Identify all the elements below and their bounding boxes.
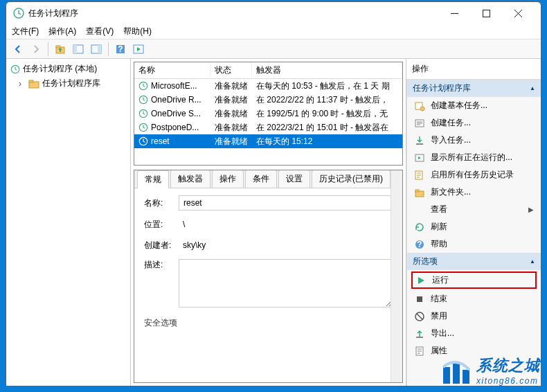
task-status: 准备就绪 <box>210 79 252 93</box>
back-button[interactable] <box>10 42 26 57</box>
clock-icon <box>10 64 20 74</box>
menu-view[interactable]: 查看(V) <box>86 26 114 37</box>
titlebar: 任务计划程序 <box>6 2 541 24</box>
desc-field[interactable] <box>179 259 393 308</box>
clock-icon <box>138 95 148 105</box>
help-button[interactable]: ? <box>113 42 128 57</box>
table-row[interactable]: PostponeD...准备就绪在 2022/3/21 的 15:01 时 - … <box>134 121 402 134</box>
tab-0[interactable]: 常规 <box>137 170 169 188</box>
new-folder-icon <box>414 187 425 198</box>
action-export[interactable]: 导出... <box>407 325 541 342</box>
action-label: 帮助 <box>431 238 534 250</box>
action-label: 运行 <box>432 274 532 286</box>
action-label: 禁用 <box>431 310 534 322</box>
action-new-folder[interactable]: 新文件夹... <box>407 184 541 201</box>
folder-icon <box>28 78 39 89</box>
chevron-right-icon: › <box>19 79 26 89</box>
action-create[interactable]: 创建任务... <box>407 114 541 132</box>
tab-5[interactable]: 历史记录(已禁用) <box>312 170 391 188</box>
watermark: 系统之城 xitong86.com <box>440 355 540 386</box>
author-value: sky\ky <box>179 238 393 252</box>
action-disable[interactable]: 禁用 <box>407 308 541 325</box>
table-row[interactable]: OneDrive S...准备就绪在 1992/5/1 的 9:00 时 - 触… <box>134 107 402 121</box>
action-run[interactable]: 运行 <box>411 271 537 289</box>
tab-strip: 常规触发器操作条件设置历史记录(已禁用) <box>134 170 402 188</box>
action-show-running[interactable]: 显示所有正在运行的... <box>407 149 541 166</box>
menu-action[interactable]: 操作(A) <box>48 26 76 37</box>
action-label: 结束 <box>431 293 534 305</box>
forward-button[interactable] <box>28 42 44 57</box>
menu-help[interactable]: 帮助(H) <box>123 26 152 37</box>
section-header[interactable]: 所选项 <box>407 253 541 270</box>
svg-rect-33 <box>443 367 450 384</box>
task-status: 准备就绪 <box>210 121 252 135</box>
svg-rect-3 <box>56 46 60 48</box>
minimize-button[interactable] <box>438 3 470 24</box>
svg-rect-22 <box>416 143 423 145</box>
body: 任务计划程序 (本地) › 任务计划程序库 名称 状态 触发器 Microsof… <box>6 59 541 386</box>
detail-panel: 常规触发器操作条件设置历史记录(已禁用) 名称: 位置: \ 创建者: sky\… <box>134 170 403 383</box>
watermark-title: 系统之城 <box>476 355 540 376</box>
location-value: \ <box>179 217 393 231</box>
maximize-button[interactable] <box>470 3 502 24</box>
svg-rect-29 <box>417 296 422 302</box>
tree-library[interactable]: › 任务计划程序库 <box>9 76 127 91</box>
task-trigger: 在每天的 10:53 - 触发后，在 1 天 期 <box>252 79 402 93</box>
header-trigger[interactable]: 触发器 <box>252 62 402 79</box>
clock-icon <box>138 136 148 146</box>
tree-root[interactable]: 任务计划程序 (本地) <box>9 62 127 76</box>
action-label: 创建任务... <box>431 117 534 129</box>
name-label: 名称: <box>144 197 179 209</box>
svg-rect-1 <box>483 10 490 17</box>
clock-icon <box>138 123 148 132</box>
task-name: reset <box>151 136 170 146</box>
enable-history-icon <box>414 170 425 181</box>
menu-file[interactable]: 文件(F) <box>12 26 39 37</box>
action-label: 启用所有任务历史记录 <box>431 169 534 181</box>
toolbar: ? <box>6 39 541 59</box>
task-name: PostponeD... <box>151 123 199 132</box>
svg-rect-7 <box>98 45 101 53</box>
svg-text:?: ? <box>417 240 422 249</box>
table-row[interactable]: MicrosoftE...准备就绪在每天的 10:53 - 触发后，在 1 天 … <box>134 79 402 93</box>
watermark-logo-icon <box>440 355 472 386</box>
header-name[interactable]: 名称 <box>134 62 210 79</box>
run-button[interactable] <box>131 42 146 57</box>
tab-4[interactable]: 设置 <box>278 170 310 188</box>
action-create-basic[interactable]: 创建基本任务... <box>407 97 541 114</box>
tab-3[interactable]: 条件 <box>245 170 277 188</box>
tree-root-label: 任务计划程序 (本地) <box>23 63 97 75</box>
section-header[interactable]: 任务计划程序库 <box>407 80 541 97</box>
panel-button-2[interactable] <box>89 42 104 57</box>
action-view[interactable]: 查看▶ <box>407 201 541 218</box>
watermark-url: xitong86.com <box>476 376 540 386</box>
chevron-right-icon: ▶ <box>528 206 534 213</box>
svg-point-20 <box>420 107 424 111</box>
action-end[interactable]: 结束 <box>407 290 541 308</box>
task-status: 准备就绪 <box>210 93 252 107</box>
tab-2[interactable]: 操作 <box>212 170 244 188</box>
close-button[interactable] <box>502 3 534 24</box>
menu-bar: 文件(F) 操作(A) 查看(V) 帮助(H) <box>6 24 541 39</box>
detail-scrollbar[interactable] <box>391 170 402 382</box>
tab-1[interactable]: 触发器 <box>170 170 210 188</box>
task-trigger: 在 1992/5/1 的 9:00 时 - 触发后，无 <box>252 107 402 121</box>
table-row[interactable]: reset准备就绪在每天的 15:12 <box>134 134 402 148</box>
action-refresh[interactable]: 刷新 <box>407 218 541 235</box>
name-field[interactable] <box>179 195 393 211</box>
svg-text:?: ? <box>118 44 123 54</box>
action-help[interactable]: ?帮助 <box>407 235 541 253</box>
list-header: 名称 状态 触发器 <box>134 62 402 79</box>
up-button[interactable] <box>53 42 68 57</box>
location-label: 位置: <box>144 219 179 231</box>
task-status: 准备就绪 <box>210 134 252 149</box>
panel-button-1[interactable] <box>71 42 86 57</box>
create-icon <box>414 118 425 129</box>
clock-icon <box>138 109 148 118</box>
table-row[interactable]: OneDrive R...准备就绪在 2022/2/22 的 11:37 时 -… <box>134 93 402 107</box>
header-status[interactable]: 状态 <box>210 62 252 79</box>
center-panel: 名称 状态 触发器 MicrosoftE...准备就绪在每天的 10:53 - … <box>131 59 406 386</box>
svg-rect-13 <box>29 80 33 82</box>
action-enable-history[interactable]: 启用所有任务历史记录 <box>407 166 541 184</box>
action-import[interactable]: 导入任务... <box>407 132 541 149</box>
